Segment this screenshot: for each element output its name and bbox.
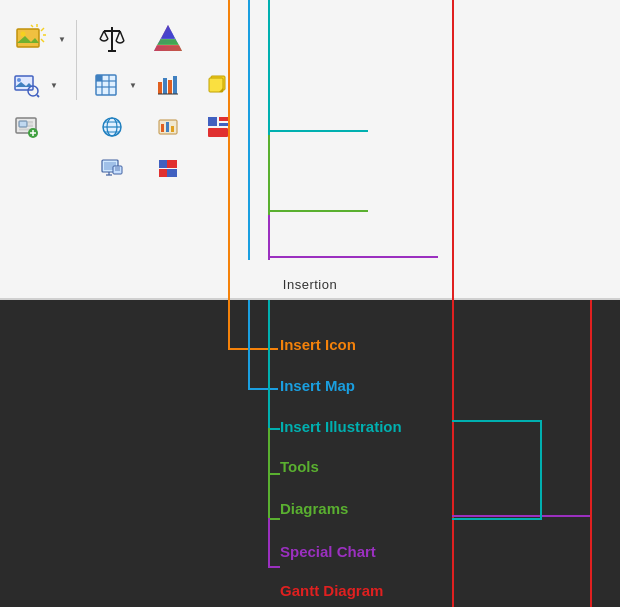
bracket-right-purple-top (452, 515, 592, 517)
picture-icon[interactable] (8, 16, 54, 62)
ann-label-illustration: Insert Illustration (280, 418, 402, 435)
bar-chart-icon[interactable] (149, 66, 187, 104)
svg-rect-69 (208, 117, 217, 126)
svg-line-23 (100, 31, 104, 39)
svg-rect-71 (219, 123, 228, 126)
ann-line-insert-map-h (248, 388, 278, 390)
svg-rect-56 (173, 76, 177, 94)
stacked-chart-icon[interactable] (149, 108, 187, 146)
ann-line-special-h (268, 566, 280, 568)
ann-label-insert-map: Insert Map (280, 377, 355, 394)
bracket-gantt (452, 0, 454, 300)
svg-marker-50 (161, 25, 175, 39)
ann-line-illustration-v (268, 300, 270, 430)
pyramid-icon[interactable] (145, 16, 191, 62)
ann-label-tools: Tools (280, 458, 319, 475)
svg-rect-72 (208, 128, 228, 137)
svg-rect-61 (171, 126, 174, 132)
ann-line-gantt-v (452, 300, 454, 607)
svg-rect-15 (28, 121, 33, 124)
bracket-insert-map (248, 0, 250, 260)
svg-point-1 (21, 32, 26, 37)
svg-rect-8 (15, 76, 33, 90)
bracket-special-v (268, 215, 270, 260)
bracket-tools-v (268, 135, 270, 215)
svg-rect-65 (167, 169, 177, 177)
svg-marker-52 (154, 45, 182, 51)
bracket-tools-h (268, 210, 368, 212)
svg-rect-63 (167, 160, 177, 168)
online-pictures-dropdown[interactable]: ▼ (48, 81, 58, 90)
svg-line-12 (37, 95, 39, 97)
svg-rect-14 (19, 121, 27, 127)
globe-icon[interactable] (93, 108, 131, 146)
ann-line-special-v (268, 518, 270, 568)
svg-rect-0 (17, 29, 39, 47)
bracket-illustration-h (268, 130, 368, 132)
svg-line-5 (41, 39, 44, 42)
svg-rect-59 (161, 124, 164, 132)
svg-rect-55 (168, 80, 172, 94)
bracket-illustration-v (268, 0, 270, 135)
svg-rect-67 (209, 78, 223, 92)
svg-rect-16 (28, 125, 33, 128)
bracket-right-teal-bot (452, 518, 542, 520)
annotation-area: Insert Icon Insert Map Insert Illustrati… (0, 300, 620, 607)
table-icon[interactable] (87, 66, 125, 104)
scales-icon[interactable] (89, 16, 135, 62)
ann-line-tools-v (268, 428, 270, 475)
sticky-notes-icon[interactable] (199, 66, 237, 104)
ribbon: ▼ ▼ (0, 0, 620, 300)
ann-line-insert-icon-v (228, 300, 230, 350)
svg-line-26 (120, 31, 124, 41)
svg-line-25 (116, 31, 120, 41)
ann-line-diagrams-v (268, 473, 270, 520)
screenshot-icon[interactable] (8, 108, 46, 146)
bracket-special-h (268, 256, 438, 258)
svg-rect-54 (163, 78, 167, 94)
online-pictures-icon[interactable] (8, 66, 46, 104)
separator-1 (76, 20, 77, 100)
ann-label-gantt: Gantt Diagram (280, 582, 383, 599)
bracket-right-red-v (590, 300, 592, 607)
svg-line-24 (104, 31, 108, 39)
ann-line-insert-icon-h (228, 348, 278, 350)
svg-point-9 (17, 78, 21, 82)
ann-line-insert-map-v (248, 300, 250, 390)
bracket-right-teal-top (452, 420, 542, 422)
ann-label-diagrams: Diagrams (280, 500, 348, 517)
ann-label-special: Special Chart (280, 543, 376, 560)
blocks-icon[interactable] (199, 108, 237, 146)
ribbon-section-label: Insertion (283, 277, 337, 292)
bracket-insert-icon (228, 0, 230, 300)
ribbon-group-1: ▼ ▼ (8, 10, 66, 270)
ann-gantt-tick (452, 566, 454, 568)
ann-label-insert-icon: Insert Icon (280, 336, 356, 353)
svg-line-7 (31, 25, 33, 27)
ribbon-group-2: ▼ (87, 10, 237, 270)
bracket-right-teal-v (540, 420, 542, 520)
svg-rect-60 (166, 122, 169, 132)
picture-dropdown[interactable]: ▼ (56, 35, 66, 44)
svg-rect-70 (219, 117, 228, 121)
monitor-icon[interactable] (93, 150, 131, 188)
svg-line-3 (41, 28, 44, 31)
svg-rect-33 (96, 75, 102, 81)
svg-rect-53 (158, 82, 162, 94)
shapes-icon[interactable] (149, 150, 187, 188)
